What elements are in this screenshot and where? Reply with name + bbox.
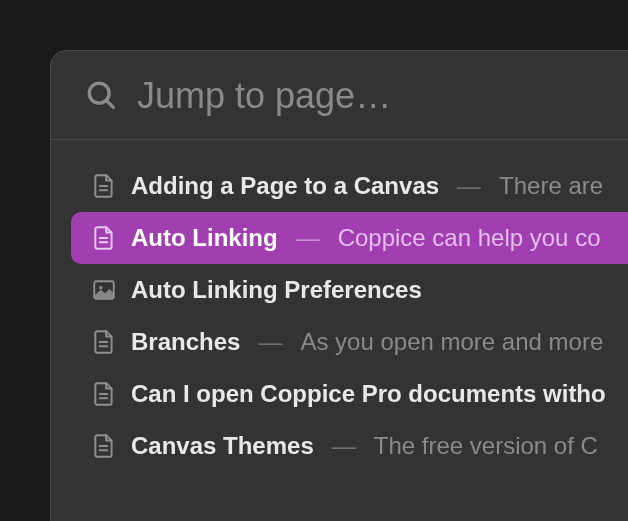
item-title: Can I open Coppice Pro documents witho <box>131 380 606 408</box>
item-title: Auto Linking Preferences <box>131 276 422 304</box>
item-snippet: There are <box>499 172 603 200</box>
document-icon <box>91 173 117 199</box>
list-item[interactable]: Adding a Page to a Canvas—There are <box>51 160 628 212</box>
list-item[interactable]: Auto Linking Preferences <box>51 264 628 316</box>
document-icon <box>91 225 117 251</box>
separator: — <box>457 172 481 200</box>
search-input[interactable] <box>137 75 628 117</box>
jump-to-page-palette: Adding a Page to a Canvas—There areAuto … <box>50 50 628 521</box>
item-snippet: The free version of C <box>374 432 598 460</box>
list-item[interactable]: Canvas Themes—The free version of C <box>51 420 628 472</box>
list-item[interactable]: Branches—As you open more and more <box>51 316 628 368</box>
item-title: Branches <box>131 328 240 356</box>
image-icon <box>91 277 117 303</box>
svg-point-7 <box>99 286 102 289</box>
svg-line-1 <box>106 100 113 107</box>
document-icon <box>91 329 117 355</box>
document-icon <box>91 433 117 459</box>
separator: — <box>332 432 356 460</box>
search-icon <box>85 79 119 113</box>
document-icon <box>91 381 117 407</box>
list-item[interactable]: Can I open Coppice Pro documents witho <box>51 368 628 420</box>
item-title: Auto Linking <box>131 224 278 252</box>
results-list: Adding a Page to a Canvas—There areAuto … <box>51 140 628 472</box>
item-title: Adding a Page to a Canvas <box>131 172 439 200</box>
separator: — <box>258 328 282 356</box>
item-snippet: As you open more and more <box>300 328 603 356</box>
list-item[interactable]: Auto Linking—Coppice can help you co <box>71 212 628 264</box>
separator: — <box>296 224 320 252</box>
search-row <box>51 51 628 140</box>
item-snippet: Coppice can help you co <box>338 224 601 252</box>
item-title: Canvas Themes <box>131 432 314 460</box>
